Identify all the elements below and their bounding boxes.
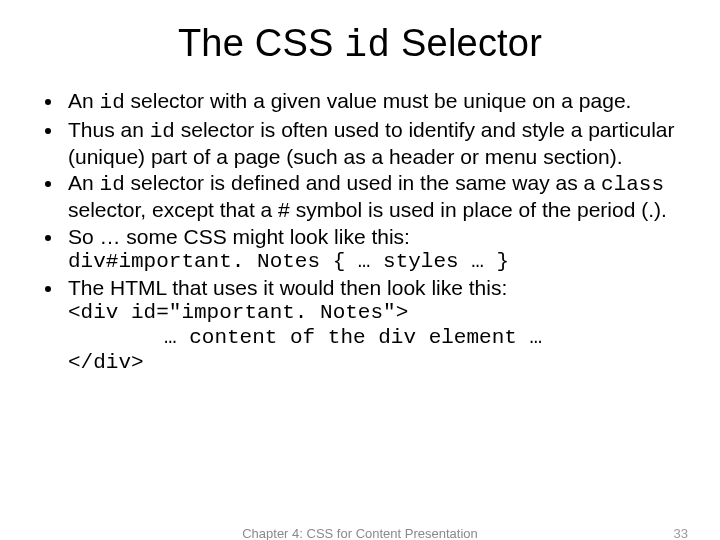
- bullet-3: An id selector is defined and used in th…: [64, 171, 680, 223]
- bullet-1-post: selector with a given value must be uniq…: [125, 89, 632, 112]
- bullet-2: Thus an id selector is often used to ide…: [64, 118, 680, 170]
- slide-body: An id selector with a given value must b…: [40, 89, 680, 375]
- bullet-1: An id selector with a given value must b…: [64, 89, 680, 116]
- bullet-3-code1: id: [100, 173, 125, 196]
- title-post: Selector: [390, 22, 542, 64]
- bullet-5-text: The HTML that uses it would then look li…: [68, 276, 507, 299]
- bullet-5-code2: … content of the div element …: [68, 326, 680, 351]
- slide-title: The CSS id Selector: [40, 22, 680, 67]
- footer-chapter: Chapter 4: CSS for Content Presentation: [0, 526, 720, 540]
- bullet-5-code3: </div>: [68, 351, 680, 376]
- slide: The CSS id Selector An id selector with …: [0, 0, 720, 540]
- bullet-2-pre: Thus an: [68, 118, 150, 141]
- bullet-1-pre: An: [68, 89, 100, 112]
- title-code: id: [344, 24, 390, 67]
- bullet-5-code1: <div id="important. Notes">: [68, 301, 680, 326]
- bullet-1-code: id: [100, 91, 125, 114]
- bullet-4: So … some CSS might look like this: div#…: [64, 225, 680, 275]
- bullet-4-code: div#important. Notes { … styles … }: [68, 250, 680, 275]
- bullet-3-pre: An: [68, 171, 100, 194]
- footer-page-number: 33: [674, 526, 688, 540]
- bullet-4-text: So … some CSS might look like this:: [68, 225, 410, 248]
- bullet-5: The HTML that uses it would then look li…: [64, 276, 680, 375]
- bullet-3-post: selector, except that a # symbol is used…: [68, 198, 667, 221]
- bullet-3-code2: class: [601, 173, 664, 196]
- bullet-2-code: id: [150, 120, 175, 143]
- bullet-3-mid: selector is defined and used in the same…: [125, 171, 601, 194]
- title-pre: The CSS: [178, 22, 344, 64]
